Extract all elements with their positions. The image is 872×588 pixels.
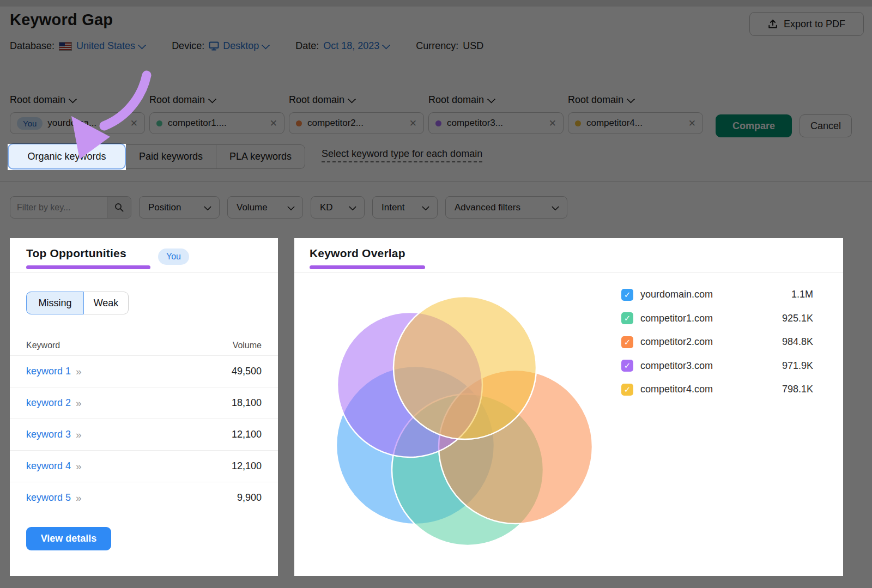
double-chevron-right-icon: » [76, 397, 81, 409]
venn-legend: ✓ yourdomain.com 1.1M ✓ competitor1.com … [621, 283, 813, 402]
panel-divider [294, 272, 843, 273]
checkbox-checked-icon[interactable]: ✓ [621, 312, 633, 324]
annotation-underline [26, 265, 150, 269]
close-icon[interactable]: ✕ [270, 118, 277, 129]
device-setting: Device: Desktop [172, 40, 269, 52]
root-domain-dropdown[interactable]: Root domain [289, 94, 424, 106]
us-flag-icon [59, 42, 72, 51]
checkbox-checked-icon[interactable]: ✓ [621, 384, 633, 396]
keyword-filter-input[interactable] [10, 197, 107, 218]
double-chevron-right-icon: » [76, 460, 81, 472]
domain-column-competitor4: Root domain competitor4... ✕ [568, 94, 703, 134]
chevron-down-icon [262, 41, 270, 50]
chevron-down-icon [422, 203, 429, 210]
tab-organic-keywords[interactable]: Organic keywords [8, 143, 126, 169]
domain-color-dot [156, 120, 162, 126]
domain-column-competitor2: Root domain competitor2... ✕ [289, 94, 424, 134]
domain-input-competitor3[interactable]: competitor3... ✕ [428, 112, 564, 134]
root-domain-dropdown[interactable]: Root domain [10, 94, 145, 106]
domain-input-competitor2[interactable]: competitor2... ✕ [289, 112, 424, 134]
cancel-button[interactable]: Cancel [800, 114, 852, 137]
annotation-underline [310, 265, 425, 269]
tab-paid-keywords[interactable]: Paid keywords [126, 145, 216, 168]
keyword-link[interactable]: keyword 2» [26, 397, 81, 409]
top-opportunities-title: Top Opportunities [26, 247, 126, 260]
position-filter-dropdown[interactable]: Position [139, 196, 220, 219]
domain-input-competitor4[interactable]: competitor4... ✕ [568, 112, 703, 134]
database-label: Database: [10, 40, 55, 52]
keyword-link[interactable]: keyword 1» [26, 366, 81, 378]
database-selector[interactable]: United States [76, 40, 145, 52]
domain-input-you[interactable]: You yourdoma... ✕ [10, 112, 145, 134]
dim-overlay [843, 238, 872, 588]
you-badge: You [158, 248, 189, 265]
legend-row: ✓ competitor1.com 925.1K [621, 307, 813, 331]
legend-row: ✓ competitor3.com 971.9K [621, 354, 813, 378]
device-label: Device: [172, 40, 204, 52]
date-selector[interactable]: Oct 18, 2023 [323, 40, 389, 52]
domain-color-dot [435, 120, 441, 126]
currency-setting: Currency: USD [416, 40, 483, 52]
toggle-weak[interactable]: Weak [84, 292, 129, 314]
root-domain-dropdown[interactable]: Root domain [428, 94, 564, 106]
domain-input-competitor1[interactable]: competitor1.... ✕ [149, 112, 284, 134]
keyword-link[interactable]: keyword 4» [26, 460, 81, 472]
chevron-down-icon [348, 95, 356, 104]
keyword-link[interactable]: keyword 3» [26, 429, 81, 441]
browser-edge-strip [0, 0, 872, 7]
page-title: Keyword Gap [10, 11, 113, 29]
keyword-filter-box [10, 196, 131, 219]
currency-label: Currency: [416, 40, 458, 52]
advanced-filters-dropdown[interactable]: Advanced filters [445, 196, 567, 219]
root-domain-dropdown[interactable]: Root domain [568, 94, 703, 106]
toggle-missing[interactable]: Missing [26, 292, 84, 314]
close-icon[interactable]: ✕ [130, 118, 138, 129]
chevron-down-icon [69, 95, 77, 104]
close-icon[interactable]: ✕ [688, 118, 696, 129]
chevron-down-icon [208, 95, 217, 104]
search-button[interactable] [107, 197, 131, 218]
volume-filter-dropdown[interactable]: Volume [227, 196, 303, 219]
checkbox-checked-icon[interactable]: ✓ [621, 289, 633, 301]
checkbox-checked-icon[interactable]: ✓ [621, 360, 633, 372]
dim-overlay [0, 238, 10, 588]
domain-column-competitor3: Root domain competitor3... ✕ [428, 94, 564, 134]
close-icon[interactable]: ✕ [549, 118, 556, 129]
legend-row: ✓ competitor2.com 984.8K [621, 330, 813, 354]
keyword-overlap-title: Keyword Overlap [310, 247, 405, 260]
domain-color-dot [296, 120, 302, 126]
venn-circle-competitor4 [393, 296, 536, 439]
legend-row: ✓ competitor4.com 798.1K [621, 378, 813, 402]
view-details-button[interactable]: View details [26, 527, 111, 550]
top-opportunities-panel: Top Opportunities You Missing Weak Keywo… [10, 238, 278, 576]
table-row: keyword 5» 9,900 [10, 482, 278, 513]
close-icon[interactable]: ✕ [409, 118, 417, 129]
column-keyword: Keyword [26, 341, 60, 350]
upload-icon [768, 19, 778, 29]
chevron-down-icon [349, 203, 356, 210]
domain-column-you: Root domain You yourdoma... ✕ [10, 94, 145, 134]
checkbox-checked-icon[interactable]: ✓ [621, 336, 633, 348]
device-selector[interactable]: Desktop [209, 40, 269, 52]
chevron-down-icon [487, 95, 496, 104]
table-row: keyword 2» 18,100 [10, 387, 278, 419]
select-keyword-type-link[interactable]: Select keyword type for each domain [322, 148, 482, 162]
keyword-type-tab-group: Paid keywords PLA keywords [126, 144, 305, 169]
root-domain-dropdown[interactable]: Root domain [149, 94, 284, 106]
keyword-link[interactable]: keyword 5» [26, 492, 81, 504]
intent-filter-dropdown[interactable]: Intent [372, 196, 438, 219]
export-to-pdf-label: Export to PDF [784, 19, 845, 30]
kd-filter-dropdown[interactable]: KD [311, 196, 365, 219]
column-volume: Volume [233, 341, 262, 350]
keyword-table: keyword 1» 49,500 keyword 2» 18,100 keyw… [10, 355, 278, 513]
domain-color-dot [575, 120, 581, 126]
tab-pla-keywords[interactable]: PLA keywords [216, 145, 305, 168]
chevron-down-icon [287, 203, 295, 210]
currency-value: USD [463, 40, 483, 52]
double-chevron-right-icon: » [76, 492, 81, 504]
compare-button[interactable]: Compare [716, 114, 792, 137]
chevron-down-icon [204, 203, 211, 210]
export-to-pdf-button[interactable]: Export to PDF [749, 12, 864, 36]
dim-overlay [278, 238, 294, 588]
table-row: keyword 3» 12,100 [10, 419, 278, 450]
